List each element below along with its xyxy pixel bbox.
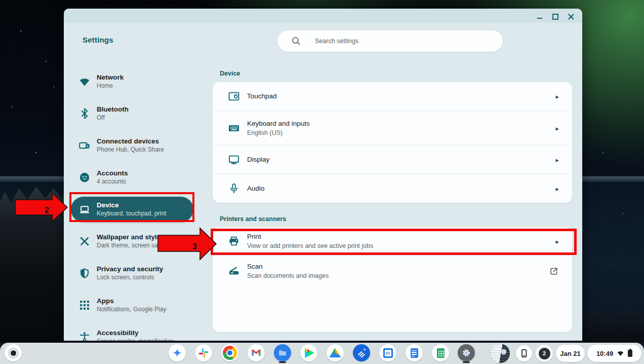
app-play-store[interactable] bbox=[300, 344, 317, 361]
date-label: Jan 21 bbox=[560, 350, 580, 357]
app-spark[interactable] bbox=[169, 344, 186, 361]
active-app-indicator bbox=[279, 361, 286, 363]
section-header-device: Device bbox=[220, 70, 240, 77]
sidebar-item-label: Bluetooth bbox=[97, 105, 129, 114]
shelf: 31 2 Jan 21 10:49 bbox=[0, 343, 644, 364]
app-calendar[interactable]: 31 bbox=[379, 344, 396, 361]
accounts-icon bbox=[78, 171, 91, 184]
launcher-button[interactable] bbox=[5, 344, 22, 361]
slack-icon bbox=[198, 348, 209, 358]
search-input[interactable]: Search settings bbox=[277, 30, 503, 52]
row-keyboard-and-inputs[interactable]: Keyboard and inputsEnglish (US) ▸ bbox=[213, 111, 572, 145]
shield-icon bbox=[78, 267, 91, 279]
app-chrome[interactable] bbox=[221, 344, 238, 361]
sidebar-item-label: Apps bbox=[97, 297, 166, 305]
row-scan[interactable]: ScanScan documents and images bbox=[213, 255, 572, 286]
sidebar-item-label: Connected devices bbox=[97, 137, 164, 145]
desktop: Settings Search settings NetworkHome Blu… bbox=[0, 0, 644, 364]
sidebar-item-accounts[interactable]: Accounts4 accounts bbox=[71, 165, 193, 190]
row-display[interactable]: Display ▸ bbox=[213, 145, 572, 174]
scanner-icon bbox=[228, 265, 240, 277]
sidebar-item-sublabel: Off bbox=[97, 114, 129, 122]
maximize-button[interactable] bbox=[550, 12, 560, 21]
app-blue-arrows[interactable] bbox=[353, 344, 370, 361]
chevron-right-icon: ▸ bbox=[555, 237, 559, 245]
row-label: Display bbox=[247, 155, 269, 164]
chevron-right-icon: ▸ bbox=[555, 93, 559, 100]
active-app-indicator bbox=[463, 361, 470, 363]
screenshot-preview-thumbnail[interactable] bbox=[491, 344, 510, 363]
row-label: Print bbox=[247, 232, 373, 241]
wallpaper-icon bbox=[78, 235, 91, 247]
wallpaper-stars bbox=[0, 0, 1, 1]
accessibility-icon bbox=[78, 331, 91, 341]
app-files[interactable] bbox=[274, 344, 291, 361]
sidebar-item-apps[interactable]: AppsNotifications, Google Play bbox=[71, 293, 193, 318]
wallpaper-rocks-right bbox=[582, 304, 644, 343]
sidebar-item-sublabel: Screen reader, magnification bbox=[97, 337, 174, 341]
search-icon bbox=[291, 35, 302, 47]
row-audio[interactable]: Audio ▸ bbox=[213, 174, 572, 203]
row-print[interactable]: PrintView or add printers and see active… bbox=[213, 227, 572, 255]
display-icon bbox=[228, 154, 240, 166]
app-slack[interactable] bbox=[195, 344, 212, 361]
sidebar-item-bluetooth[interactable]: BluetoothOff bbox=[71, 101, 193, 126]
sidebar-item-sublabel: 4 accounts bbox=[97, 177, 128, 186]
connected-devices-icon bbox=[78, 139, 91, 152]
maximize-icon bbox=[551, 13, 559, 21]
printer-icon bbox=[228, 235, 240, 247]
gear-icon bbox=[461, 348, 471, 358]
sidebar-item-sublabel: Lock screen, controls bbox=[97, 273, 163, 282]
blue-arrows-icon bbox=[356, 348, 367, 358]
search-placeholder: Search settings bbox=[315, 38, 358, 45]
app-gmail[interactable] bbox=[248, 344, 265, 361]
chrome-icon bbox=[223, 346, 237, 360]
chevron-right-icon: ▸ bbox=[555, 185, 559, 193]
chevron-right-icon: ▸ bbox=[555, 124, 559, 132]
minimize-button[interactable] bbox=[535, 12, 545, 21]
sidebar-item-connected-devices[interactable]: Connected devicesPhone Hub, Quick Share bbox=[71, 133, 193, 158]
row-label: Touchpad bbox=[247, 92, 277, 101]
battery-icon bbox=[628, 350, 632, 357]
sidebar-item-sublabel: Phone Hub, Quick Share bbox=[97, 145, 164, 154]
sidebar-item-accessibility[interactable]: AccessibilityScreen reader, magnificatio… bbox=[71, 324, 193, 341]
status-tray[interactable]: 10:49 bbox=[587, 345, 641, 362]
sidebar-item-sublabel: Keyboard, touchpad, print bbox=[97, 209, 166, 218]
sidebar-item-sublabel: Notifications, Google Play bbox=[97, 305, 166, 314]
app-settings[interactable] bbox=[458, 344, 475, 361]
app-sheets[interactable] bbox=[432, 344, 449, 361]
drive-icon bbox=[329, 347, 342, 359]
device-card: Touchpad ▸ Keyboard and inputsEnglish (U… bbox=[213, 82, 572, 203]
settings-window: Settings Search settings NetworkHome Blu… bbox=[64, 9, 582, 341]
row-label: Audio bbox=[247, 184, 265, 193]
phone-hub-button[interactable] bbox=[516, 345, 532, 361]
close-button[interactable] bbox=[566, 12, 576, 21]
laptop-icon bbox=[78, 203, 91, 215]
app-drive[interactable] bbox=[327, 344, 344, 361]
notification-counter[interactable]: 2 bbox=[536, 345, 553, 362]
sidebar-item-label: Privacy and security bbox=[97, 265, 163, 273]
minimize-icon bbox=[536, 13, 544, 21]
app-docs[interactable] bbox=[406, 344, 423, 361]
sidebar-item-network[interactable]: NetworkHome bbox=[71, 69, 193, 94]
date-pill[interactable]: Jan 21 bbox=[556, 345, 585, 362]
row-label: Scan bbox=[247, 262, 329, 271]
sidebar-item-sublabel: Home bbox=[97, 82, 124, 90]
sidebar-item-device[interactable]: DeviceKeyboard, touchpad, print bbox=[71, 197, 193, 222]
chevron-right-icon: ▸ bbox=[555, 156, 559, 164]
external-link-icon[interactable] bbox=[549, 266, 559, 276]
sidebar-item-privacy-and-security[interactable]: Privacy and securityLock screen, control… bbox=[71, 261, 193, 286]
bluetooth-icon bbox=[78, 107, 91, 120]
time-label: 10:49 bbox=[596, 350, 613, 357]
row-touchpad[interactable]: Touchpad ▸ bbox=[213, 82, 572, 111]
close-icon bbox=[567, 13, 575, 21]
row-sublabel: View or add printers and see active prin… bbox=[247, 241, 373, 250]
gmail-icon bbox=[251, 348, 261, 358]
calendar-day: 31 bbox=[385, 350, 391, 356]
touchpad-icon bbox=[228, 90, 240, 102]
spark-icon bbox=[172, 348, 182, 358]
sidebar-item-label: Accounts bbox=[97, 169, 128, 177]
sidebar-item-label: Wallpaper and style bbox=[97, 233, 166, 241]
sidebar-item-wallpaper-and-style[interactable]: Wallpaper and styleDark theme, screen sa… bbox=[71, 229, 193, 254]
wallpaper-rocks-left bbox=[0, 178, 68, 343]
